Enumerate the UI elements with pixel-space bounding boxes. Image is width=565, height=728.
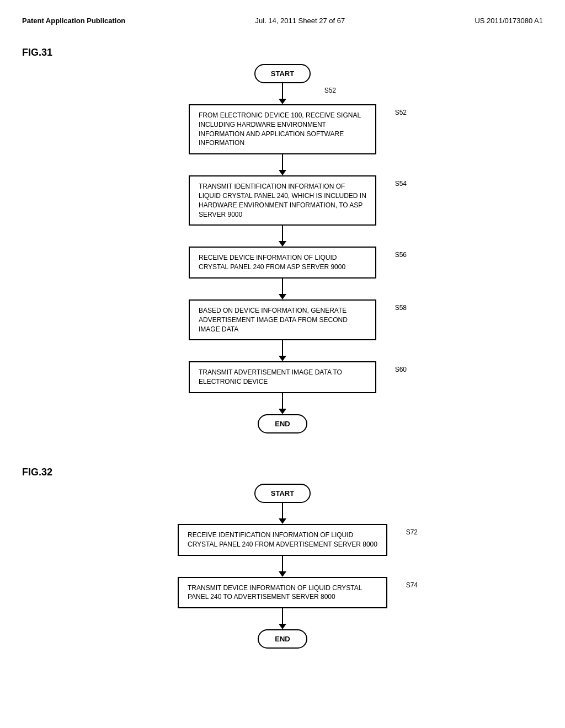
fig31-step-s56: RECEIVE DEVICE INFORMATION OF LIQUID CRY… (189, 247, 376, 279)
fig31-step-s58: BASED ON DEVICE INFORMATION, GENERATE AD… (189, 299, 376, 340)
fig31-s60-tag: S60 (395, 366, 407, 373)
fig31-start-oval: START (254, 64, 311, 83)
fig32-section: FIG.32 START RECEIVE IDENTIFICATION INFO… (22, 467, 543, 649)
fig32-s72-tag: S72 (406, 528, 418, 536)
header-right: US 2011/0173080 A1 (475, 17, 543, 25)
fig31-flowchart: START S52 FROM ELECTRONIC DEVICE 100, RE… (22, 64, 543, 433)
fig32-step-s72: RECEIVE IDENTIFICATION INFORMATION OF LI… (178, 524, 387, 556)
fig31-s54-tag: S54 (395, 180, 407, 188)
header-left: Patent Application Publication (22, 17, 125, 25)
fig32-label: FIG.32 (22, 467, 543, 478)
fig31-label: FIG.31 (22, 47, 543, 58)
fig31-step-s54: TRANSMIT IDENTIFICATION INFORMATION OF L… (189, 175, 376, 226)
fig32-step-s74: TRANSMIT DEVICE INFORMATION OF LIQUID CR… (178, 577, 387, 609)
fig32-s74-tag: S74 (406, 581, 418, 589)
fig31-end-oval: END (258, 414, 307, 433)
fig32-start-oval: START (254, 484, 311, 503)
fig31-s52-tag: S52 (395, 109, 407, 116)
fig31-s56-tag: S56 (395, 251, 407, 259)
page-header: Patent Application Publication Jul. 14, … (22, 11, 543, 36)
fig31-s58-tag: S58 (395, 304, 407, 312)
header-center: Jul. 14, 2011 Sheet 27 of 67 (255, 17, 345, 25)
fig31-step-s60: TRANSMIT ADVERTISEMENT IMAGE DATA TO ELE… (189, 361, 376, 393)
fig32-end-oval: END (258, 629, 307, 649)
fig31-s52-label: S52 (324, 87, 336, 94)
fig31-step-s52: FROM ELECTRONIC DEVICE 100, RECEIVE SIGN… (189, 104, 376, 154)
fig31-section: FIG.31 START S52 FROM ELECTRONIC DEVICE … (22, 47, 543, 433)
fig32-flowchart: START RECEIVE IDENTIFICATION INFORMATION… (22, 484, 543, 649)
